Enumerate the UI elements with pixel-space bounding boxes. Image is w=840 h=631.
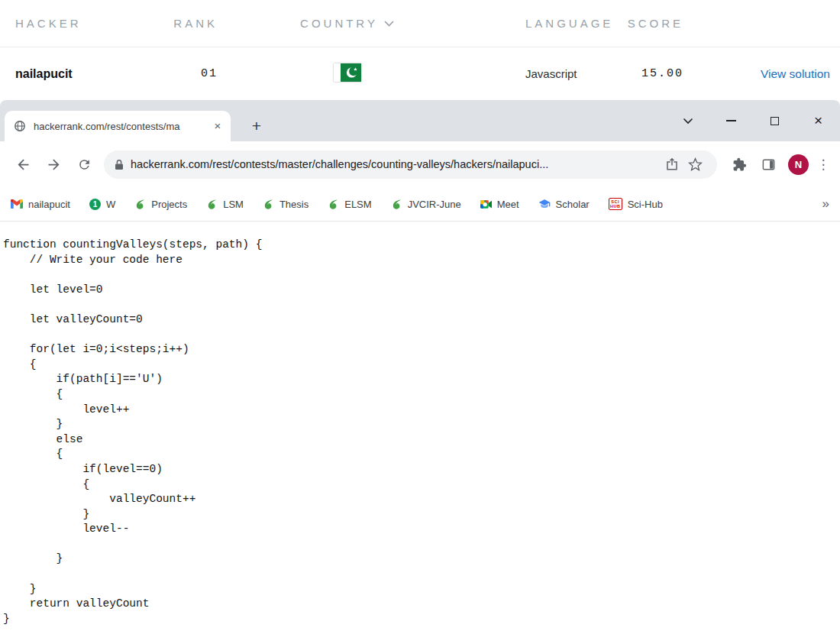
gmail-icon [11, 199, 23, 209]
browser-toolbar: hackerrank.com/rest/contests/master/chal… [0, 141, 840, 187]
screen: HACKER RANK COUNTRY LANGUAGE SCORE naila… [0, 0, 840, 631]
share-icon [665, 157, 679, 171]
pakistan-flag-icon [334, 63, 361, 82]
page-content: function countingValleys(steps, path) { … [0, 222, 840, 631]
sci-hub-icon: SCI HUB [609, 198, 622, 210]
hacker-name: nailapucit [0, 67, 168, 81]
overleaf-leaf-icon [263, 199, 274, 210]
view-solution-link[interactable]: View solution [761, 67, 830, 80]
url-text[interactable]: hackerrank.com/rest/contests/master/chal… [131, 158, 653, 170]
minimize-icon [726, 120, 736, 121]
code-block: function countingValleys(steps, path) { … [0, 222, 840, 626]
column-header-score: SCORE [619, 17, 683, 30]
minimize-button[interactable] [709, 100, 753, 141]
new-tab-button[interactable]: + [246, 116, 267, 138]
window-close-button[interactable]: × [796, 100, 840, 141]
bookmark-scholar[interactable]: Scholar [538, 198, 590, 210]
browser-tab[interactable]: hackerrank.com/rest/contests/ma × [5, 111, 231, 141]
overleaf-leaf-icon [391, 199, 402, 210]
side-panel-button[interactable] [754, 150, 783, 179]
star-icon [688, 157, 703, 172]
rank-value: 01 [168, 67, 218, 80]
browser-menu-button[interactable]: ⋮ [814, 157, 832, 173]
bookmark-w[interactable]: 1 W [89, 199, 115, 210]
column-header-country-label: COUNTRY [300, 17, 378, 30]
bookmark-meet[interactable]: Meet [480, 199, 519, 210]
leaderboard-table: HACKER RANK COUNTRY LANGUAGE SCORE naila… [0, 0, 840, 100]
column-header-rank: RANK [168, 17, 218, 30]
bookmark-lsm[interactable]: LSM [206, 199, 244, 210]
bookmark-star-button[interactable] [683, 153, 706, 176]
overleaf-leaf-icon [206, 199, 218, 210]
language-value: Javascript [477, 67, 619, 80]
window-controls: × [666, 100, 840, 141]
tab-close-icon[interactable]: × [211, 119, 225, 133]
puzzle-icon [732, 157, 747, 172]
address-bar[interactable]: hackerrank.com/rest/contests/master/chal… [104, 150, 717, 179]
table-row: nailapucit 01 Javascript 15.00 View solu… [0, 47, 840, 100]
forward-arrow-icon [46, 157, 62, 173]
column-header-language: LANGUAGE [477, 17, 619, 30]
browser-tab-strip: hackerrank.com/rest/contests/ma × + × [0, 100, 840, 141]
bookmarks-bar: nailapucit 1 W Projects LSM Thesis ELSM … [0, 187, 840, 222]
bookmark-nailapucit[interactable]: nailapucit [11, 199, 70, 210]
meet-icon [480, 199, 492, 210]
back-button[interactable] [8, 149, 38, 180]
bookmark-jvcir-june[interactable]: JVCIR-June [391, 199, 461, 210]
scholar-icon [538, 198, 551, 210]
score-value: 15.00 [619, 67, 683, 80]
back-arrow-icon [15, 157, 31, 173]
profile-avatar[interactable]: N [788, 154, 809, 175]
column-header-hacker: HACKER [0, 17, 168, 30]
forward-button[interactable] [38, 149, 69, 180]
chevron-down-icon [384, 21, 394, 27]
bookmark-thesis[interactable]: Thesis [263, 199, 309, 210]
maximize-icon [771, 117, 779, 125]
overleaf-leaf-icon [134, 199, 146, 210]
bookmark-elsm[interactable]: ELSM [328, 199, 371, 210]
tab-title: hackerrank.com/rest/contests/ma [34, 121, 179, 132]
extensions-button[interactable] [725, 150, 754, 179]
bookmark-projects[interactable]: Projects [134, 199, 187, 210]
leaderboard-header: HACKER RANK COUNTRY LANGUAGE SCORE [0, 0, 840, 47]
country-cell [218, 63, 477, 84]
bookmarks-overflow-chevron-icon[interactable]: » [822, 196, 829, 212]
side-panel-icon [761, 157, 776, 172]
share-button[interactable] [661, 153, 683, 176]
column-header-country[interactable]: COUNTRY [218, 17, 477, 30]
reload-icon [77, 157, 92, 172]
reload-button[interactable] [69, 149, 99, 180]
maximize-button[interactable] [753, 100, 796, 141]
overleaf-leaf-icon [328, 199, 339, 210]
tab-search-chevron-icon[interactable] [666, 100, 709, 141]
lock-icon [115, 159, 124, 170]
globe-favicon-icon [14, 120, 26, 132]
green-1-icon: 1 [89, 199, 101, 210]
bookmark-sci-hub[interactable]: SCI HUB Sci-Hub [609, 198, 663, 210]
